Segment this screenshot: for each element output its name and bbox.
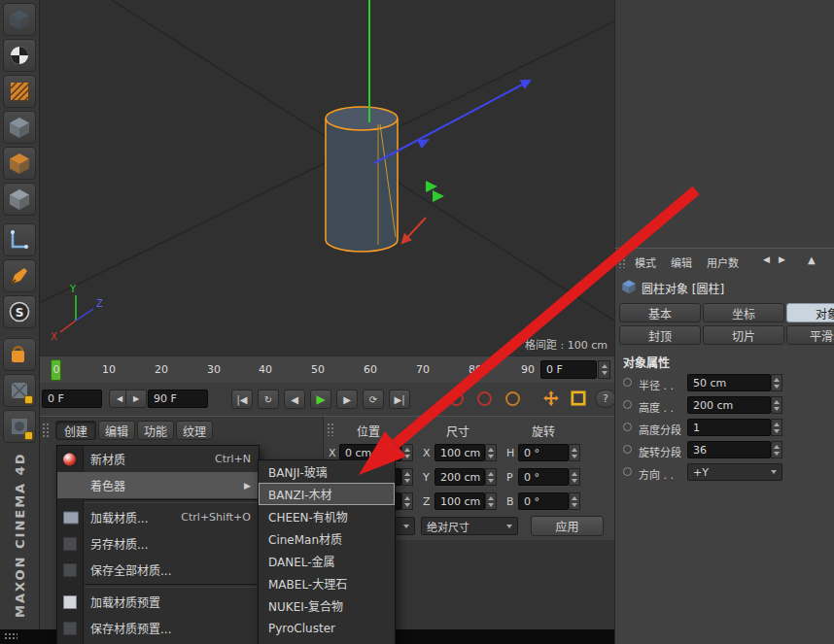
userdata-menu[interactable]: 用户数 bbox=[707, 254, 739, 270]
edit-menu[interactable]: 编辑 bbox=[671, 254, 692, 270]
menu-item-save-material-preset[interactable]: 保存材质预置... bbox=[57, 615, 259, 641]
menu-item-shader[interactable]: 着色器 ▶ bbox=[57, 472, 259, 498]
record-options-icon[interactable] bbox=[505, 391, 520, 406]
submenu-item-cheen[interactable]: CHEEN-有机物 bbox=[259, 505, 395, 527]
timeline-ruler[interactable]: 0 10 20 30 40 50 60 70 80 90 0 F bbox=[39, 356, 614, 385]
play-button[interactable]: ▶ bbox=[310, 390, 331, 409]
submenu-item-nukei[interactable]: NUKEI-复合物 bbox=[259, 594, 395, 617]
checker-sphere-icon[interactable] bbox=[3, 39, 36, 72]
tab-smoothing[interactable]: 平滑着 bbox=[786, 325, 834, 345]
rotation-segments-spinner[interactable] bbox=[771, 441, 782, 458]
rot-p-field[interactable]: 0 ° bbox=[518, 468, 569, 486]
sculpt-icon[interactable]: S bbox=[3, 295, 36, 328]
frame-number-field[interactable]: 0 F bbox=[540, 360, 597, 379]
record-keyframe-icon[interactable] bbox=[449, 391, 464, 406]
submenu-item-danel[interactable]: DANEL-金属 bbox=[259, 550, 395, 572]
rot-p-spinner[interactable] bbox=[569, 468, 580, 486]
scale-handle-icon[interactable] bbox=[426, 181, 437, 192]
apply-button[interactable]: 应用 bbox=[531, 516, 604, 536]
menu-item-load-material-preset[interactable]: 加载材质预置 bbox=[57, 589, 259, 615]
tab-caps[interactable]: 封顶 bbox=[619, 325, 701, 345]
height-spinner[interactable] bbox=[771, 396, 782, 414]
height-field[interactable]: 200 cm bbox=[687, 396, 771, 414]
step-forward-button[interactable]: ▶ bbox=[125, 390, 147, 408]
submenu-item-pyrocluster[interactable]: PyroCluster bbox=[259, 617, 395, 639]
viewport-3d[interactable]: Y Z X 格间距 : 100 cm bbox=[39, 0, 614, 356]
next-frame-button[interactable]: ▶ bbox=[336, 390, 358, 409]
tab-basic[interactable]: 基本 bbox=[619, 303, 701, 322]
size-z-field[interactable]: 100 cm bbox=[434, 492, 485, 510]
workplane-icon[interactable] bbox=[570, 390, 587, 410]
panel-grip[interactable] bbox=[4, 632, 17, 641]
pen-tool-icon[interactable] bbox=[3, 259, 36, 292]
tab-object[interactable]: 对象 bbox=[786, 303, 834, 322]
radius-field[interactable]: 50 cm bbox=[687, 374, 771, 391]
menu-item-save-all-materials[interactable]: 保存全部材质... bbox=[57, 557, 259, 583]
pos-z-spinner[interactable] bbox=[401, 492, 413, 510]
move-tool-icon[interactable] bbox=[542, 390, 560, 410]
cube-orange-icon[interactable] bbox=[3, 147, 36, 180]
tab-function[interactable]: 功能 bbox=[137, 421, 174, 440]
go-to-end-button[interactable]: ▶| bbox=[389, 390, 410, 409]
play-backwards-button[interactable]: ↻ bbox=[258, 390, 279, 409]
tab-create[interactable]: 创建 bbox=[55, 421, 96, 440]
panel-grip[interactable] bbox=[618, 254, 627, 268]
nav-forward-icon[interactable]: ▶ bbox=[779, 254, 785, 264]
keyframe-dot[interactable] bbox=[623, 445, 632, 454]
tab-edit[interactable]: 编辑 bbox=[98, 421, 135, 440]
previous-frame-button[interactable]: ◀ bbox=[284, 390, 305, 409]
size-x-field[interactable]: 100 cm bbox=[434, 444, 485, 461]
size-z-spinner[interactable] bbox=[485, 492, 497, 510]
size-y-field[interactable]: 200 cm bbox=[434, 468, 485, 486]
submenu-item-cineman[interactable]: CineMan材质 bbox=[259, 527, 395, 550]
rotation-segments-field[interactable]: 36 bbox=[687, 441, 771, 458]
pos-y-spinner[interactable] bbox=[401, 468, 413, 486]
z-axis-handle-icon[interactable] bbox=[417, 139, 430, 149]
nav-back-icon[interactable]: ◀ bbox=[763, 254, 770, 264]
keyframe-dot[interactable] bbox=[623, 378, 632, 387]
help-icon[interactable]: ? bbox=[595, 390, 616, 408]
menu-item-load-material[interactable]: 加载材质... Ctrl+Shift+O bbox=[57, 504, 259, 530]
keyframe-dot[interactable] bbox=[623, 400, 632, 409]
texture-lock-icon[interactable] bbox=[3, 374, 36, 407]
menu-item-new-material[interactable]: 新材质 Ctrl+N bbox=[57, 446, 259, 472]
keyframe-dot[interactable] bbox=[623, 423, 632, 431]
start-frame-field[interactable]: 0 F bbox=[42, 390, 102, 408]
end-frame-field[interactable]: 90 F bbox=[148, 390, 208, 408]
radius-spinner[interactable] bbox=[771, 374, 782, 391]
size-y-spinner[interactable] bbox=[485, 468, 497, 486]
loop-button[interactable]: ⟳ bbox=[363, 390, 384, 409]
go-to-start-button[interactable]: |◀ bbox=[231, 390, 253, 409]
cylinder-object[interactable] bbox=[326, 107, 398, 252]
scale-handle-icon[interactable] bbox=[433, 190, 444, 202]
size-mode-dropdown[interactable]: 绝对尺寸 bbox=[421, 517, 518, 535]
submenu-item-mabel[interactable]: MABEL-大理石 bbox=[259, 572, 395, 594]
rot-h-field[interactable]: 0 ° bbox=[518, 444, 569, 461]
size-x-spinner[interactable] bbox=[485, 444, 497, 461]
height-segments-field[interactable]: 1 bbox=[687, 419, 771, 436]
autokeying-icon[interactable] bbox=[477, 391, 492, 406]
cube-dark-icon[interactable] bbox=[3, 3, 36, 36]
hatched-square-icon[interactable] bbox=[3, 75, 36, 108]
frame-number-spinner[interactable] bbox=[598, 360, 610, 379]
paint-tool-icon[interactable] bbox=[3, 338, 36, 371]
submenu-item-banzi[interactable]: BANZI-木材 bbox=[259, 483, 395, 505]
rot-b-spinner[interactable] bbox=[569, 492, 580, 510]
menu-item-save-material[interactable]: 另存材质... bbox=[57, 530, 259, 557]
x-axis-line[interactable] bbox=[402, 218, 426, 243]
submenu-item-banji[interactable]: BANJI-玻璃 bbox=[259, 460, 395, 483]
cube-outline-icon[interactable] bbox=[3, 111, 36, 144]
tab-texture[interactable]: 纹理 bbox=[176, 421, 213, 440]
height-segments-spinner[interactable] bbox=[771, 419, 782, 436]
tab-slice[interactable]: 切片 bbox=[703, 325, 784, 345]
tab-coordinates[interactable]: 坐标 bbox=[703, 303, 784, 322]
texture-lock2-icon[interactable] bbox=[3, 410, 36, 443]
panel-grip[interactable] bbox=[327, 423, 335, 436]
filter-icon[interactable]: ▲ bbox=[808, 254, 816, 265]
cube-gray-icon[interactable] bbox=[3, 183, 36, 216]
panel-grip[interactable] bbox=[42, 423, 51, 438]
pos-x-spinner[interactable] bbox=[401, 444, 413, 461]
mode-menu[interactable]: 模式 bbox=[635, 254, 656, 270]
orientation-dropdown[interactable]: +Y bbox=[687, 463, 782, 481]
rot-h-spinner[interactable] bbox=[569, 444, 580, 461]
